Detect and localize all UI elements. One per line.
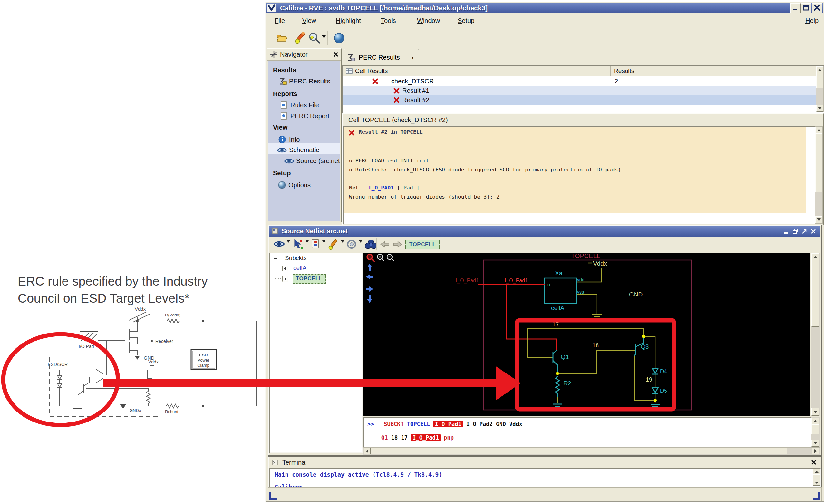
scroll-thumb[interactable] — [371, 448, 787, 454]
source-minimize-icon[interactable] — [783, 228, 790, 235]
globe-button[interactable] — [333, 32, 345, 44]
netlist-vscrollbar[interactable] — [811, 417, 820, 447]
terminal-close-icon[interactable] — [811, 459, 817, 465]
close-button[interactable] — [812, 3, 822, 13]
nav-item-schematic[interactable]: Schematic — [277, 146, 319, 154]
nav-item-source[interactable]: Source (src.net — [284, 157, 340, 165]
column-divider[interactable] — [610, 66, 611, 76]
pan-up-icon[interactable] — [367, 264, 372, 271]
scroll-thumb[interactable] — [812, 424, 819, 434]
terminal-header[interactable]: Terminal — [269, 457, 821, 468]
scroll-down-button[interactable] — [816, 105, 823, 112]
scroll-down-button[interactable] — [812, 440, 819, 447]
pan-right-icon[interactable] — [366, 286, 373, 292]
menu-setup[interactable]: Setup — [458, 13, 474, 28]
menu-help[interactable]: Help — [805, 13, 819, 28]
rings-button[interactable] — [346, 238, 358, 250]
menu-tools[interactable]: Tools — [381, 13, 396, 28]
back-button[interactable] — [380, 240, 391, 249]
navigator-header[interactable]: Navigator — [267, 49, 341, 61]
source-detach-icon[interactable] — [801, 228, 808, 235]
results-vscrollbar[interactable] — [816, 66, 824, 112]
source-pen-dropdown[interactable] — [341, 240, 344, 243]
source-close-icon[interactable] — [810, 228, 817, 235]
terminal-body[interactable]: Main console display active (Tcl8.4.9 / … — [270, 468, 821, 487]
table-row-result-1[interactable]: Result #1 — [343, 86, 822, 95]
table-row-check-dtscr[interactable]: check_DTSCR 2 — [343, 77, 822, 86]
scroll-up-button[interactable] — [816, 66, 823, 73]
tree-root-label[interactable]: Subckts — [285, 255, 307, 262]
table-row-result-2[interactable]: Result #2 — [343, 95, 822, 105]
scroll-down-button[interactable] — [813, 480, 820, 486]
tree-expand-box[interactable] — [282, 276, 288, 282]
perc-results-tab-close[interactable]: x — [409, 54, 416, 61]
sch-label-topcell: TOPCELL — [571, 253, 600, 260]
forward-button[interactable] — [392, 240, 403, 249]
menu-file[interactable]: File — [275, 13, 285, 28]
scroll-down-button[interactable] — [815, 216, 822, 223]
menu-view[interactable]: View — [302, 13, 316, 28]
schematic-vscrollbar[interactable] — [811, 253, 820, 416]
nav-item-perc-results[interactable]: PERC Results — [279, 77, 330, 86]
view-eye-dropdown[interactable] — [287, 240, 290, 243]
tree-item-topcell-chip[interactable]: TOPCELL — [293, 274, 326, 284]
scroll-thumb[interactable] — [812, 261, 819, 327]
column-header-cell-results[interactable]: Cell Results — [355, 67, 388, 74]
fig-label-clamp1: ESD — [199, 353, 208, 357]
rings-dropdown[interactable] — [359, 240, 362, 243]
scroll-up-button[interactable] — [815, 127, 822, 134]
terminal-vscrollbar[interactable] — [813, 469, 821, 486]
resize-grip-right[interactable] — [812, 492, 821, 501]
nav-item-perc-report[interactable]: PERC Report — [280, 112, 329, 120]
tree-collapse-box[interactable] — [273, 256, 278, 261]
highlight-pen-button[interactable] — [294, 31, 307, 45]
menu-highlight[interactable]: Highlight — [336, 13, 361, 28]
scroll-left-button[interactable] — [364, 448, 371, 454]
pan-down-icon[interactable] — [367, 295, 372, 303]
resize-grip-left[interactable] — [268, 492, 277, 501]
window-titlebar[interactable]: Calibre - RVE : svdb TOPCELL [/home/dmed… — [266, 3, 823, 13]
pan-left-icon[interactable] — [366, 274, 373, 279]
tree-expand-box[interactable] — [282, 266, 288, 271]
result-link[interactable]: Result #2 in TOPCELL — [359, 129, 526, 136]
source-titlebar[interactable]: Source Netlist src.net — [269, 226, 821, 236]
maximize-button[interactable] — [801, 3, 812, 13]
scroll-up-button[interactable] — [812, 253, 819, 261]
navigator-panel: Navigator Results PERC Results Reports R… — [267, 48, 342, 222]
open-folder-button[interactable] — [276, 32, 288, 44]
probe-dropdown[interactable] — [305, 240, 309, 243]
net-link[interactable]: I_O_PAD1 — [368, 185, 394, 191]
zoom-out-icon[interactable] — [387, 254, 394, 261]
cell-panel-vscrollbar[interactable] — [815, 126, 823, 224]
scroll-right-button[interactable] — [812, 448, 819, 454]
probe-doc-button[interactable] — [310, 238, 321, 250]
probe-doc-dropdown[interactable] — [322, 240, 325, 243]
find-binoculars-button[interactable] — [364, 239, 378, 250]
zoom-full-icon[interactable] — [367, 254, 374, 261]
tree-collapse-box[interactable] — [364, 79, 369, 84]
terminal-icon — [271, 458, 279, 466]
netlist-rest: I_O_Pad2 GND Vddx — [463, 421, 522, 427]
scroll-thumb[interactable] — [815, 133, 822, 192]
search-zoom-button[interactable] — [308, 31, 328, 45]
zoom-in-icon[interactable] — [377, 254, 384, 261]
minimize-button[interactable] — [790, 3, 801, 13]
source-pen-button[interactable] — [327, 238, 340, 251]
view-eye-button[interactable] — [273, 239, 286, 249]
tree-item-cella[interactable]: cellA — [293, 265, 306, 272]
source-restore-icon[interactable] — [792, 228, 799, 235]
nav-item-options[interactable]: Options — [278, 181, 311, 190]
navigator-close-icon[interactable] — [333, 52, 339, 57]
netlist-hscrollbar[interactable] — [363, 447, 820, 455]
scroll-down-button[interactable] — [812, 408, 819, 416]
nav-item-rules-file[interactable]: Rules File — [280, 101, 319, 109]
probe-button[interactable] — [292, 238, 304, 250]
netlist-text-area[interactable]: >> SUBCKT TOPCELL I_O_Pad1 I_O_Pad2 GND … — [363, 417, 812, 448]
column-header-results[interactable]: Results — [614, 67, 634, 74]
scroll-thumb[interactable] — [816, 73, 823, 88]
breadcrumb-topcell-chip[interactable]: TOPCELL — [405, 240, 440, 249]
menu-window[interactable]: Window — [417, 13, 440, 28]
scroll-up-button[interactable] — [812, 418, 819, 425]
perc-results-tab[interactable]: PERC Results x — [344, 49, 419, 66]
scroll-up-button[interactable] — [813, 469, 820, 475]
